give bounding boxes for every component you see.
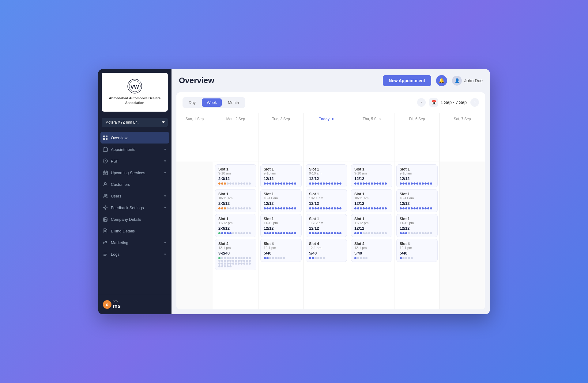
- svg-rect-5: [103, 138, 105, 140]
- list-icon: [103, 252, 108, 257]
- sidebar-footer: d pro ms: [98, 295, 172, 314]
- day-col-sat: [440, 162, 485, 309]
- slot-dots: [354, 182, 389, 185]
- slot-count: 12/12: [309, 201, 344, 206]
- slot-count: 12/12: [354, 226, 389, 231]
- date-range-label: 1 Sep - 7 Sep: [440, 100, 467, 105]
- sidebar-item-users[interactable]: Users ▼: [98, 190, 172, 202]
- date-navigation: ‹ 📅 1 Sep - 7 Sep ›: [417, 98, 479, 107]
- branch-dropdown[interactable]: Motera XYZ Imn Br...: [102, 118, 168, 127]
- slot-time: 9-10 am: [264, 171, 298, 175]
- slot-today-1[interactable]: Slot 1 9-10 am 12/12: [306, 164, 347, 187]
- slot-dots: [264, 232, 298, 234]
- slot-mon-1[interactable]: Slot 1 9-10 am 2-3/12: [215, 164, 256, 187]
- notification-bell-icon[interactable]: 🔔: [436, 75, 447, 86]
- col-header-mon: Mon, 2 Sep: [213, 113, 258, 162]
- svg-rect-4: [106, 136, 107, 137]
- slot-fri-4[interactable]: Slot 4 12-1 pm 5/40: [396, 239, 438, 262]
- col-header-sun: Sun, 1 Sep: [176, 113, 213, 162]
- sidebar-item-upcoming-services[interactable]: Upcoming Services ▼: [98, 167, 172, 178]
- sidebar-item-company-details[interactable]: Company Details: [98, 213, 172, 225]
- slot-fri-3[interactable]: Slot 1 11-12 pm 12/12: [396, 214, 438, 237]
- slot-mon-2[interactable]: Slot 1 10-11 am 2-3/12: [215, 189, 256, 212]
- slot-tue-2[interactable]: Slot 1 10-11 am 12/12: [260, 189, 302, 212]
- user-badge[interactable]: 👤 John Doe: [452, 76, 483, 86]
- prodms-icon: d: [103, 300, 111, 309]
- slot-title: Slot 1: [264, 192, 298, 196]
- tab-week[interactable]: Week: [202, 98, 222, 107]
- prev-week-button[interactable]: ‹: [417, 98, 426, 107]
- prodms-logo: d pro ms: [103, 300, 167, 309]
- calendar-grid: Sun, 1 Sep Mon, 2 Sep Tue, 3 Sep Today T…: [176, 113, 485, 309]
- slot-title: Slot 1: [218, 217, 253, 221]
- slot-count: 2-3/12: [218, 201, 253, 206]
- slot-time: 12-1 pm: [309, 246, 344, 250]
- slot-time: 11-12 pm: [264, 221, 298, 225]
- slot-title: Slot 1: [354, 167, 389, 171]
- slot-tue-4[interactable]: Slot 4 12-1 pm 5/40: [260, 239, 302, 262]
- slot-thu-4[interactable]: Slot 4 12-1 pm 5/40: [351, 239, 392, 262]
- slot-time: 11-12 pm: [309, 221, 344, 225]
- slot-fri-2[interactable]: Slot 1 10-11 am 12/12: [396, 189, 438, 212]
- sidebar-item-overview[interactable]: Overview: [100, 132, 169, 144]
- slot-dots: [400, 182, 434, 185]
- slot-count: 12/12: [264, 201, 298, 206]
- slot-mon-4[interactable]: Slot 4 12-1 pm 3-2/40: [215, 239, 256, 270]
- next-week-button[interactable]: ›: [470, 98, 479, 107]
- col-header-thu: Thu, 5 Sep: [349, 113, 394, 162]
- calendar-icon: [103, 147, 108, 152]
- day-col-tue: Slot 1 9-10 am 12/12 Slot 1 10-11 am 12/…: [258, 162, 304, 309]
- sidebar-item-marketing[interactable]: Marketing ▼: [98, 237, 172, 248]
- today-dot: [332, 118, 334, 120]
- svg-point-13: [104, 207, 106, 209]
- slot-tue-3[interactable]: Slot 1 11-12 pm 12/12: [260, 214, 302, 237]
- tab-day[interactable]: Day: [184, 98, 201, 107]
- slot-mon-3[interactable]: Slot 1 11-12 pm 2-3/12: [215, 214, 256, 237]
- company-name: Ahmedabad Automobile Dealers Association: [108, 96, 162, 105]
- settings-icon: [103, 205, 108, 210]
- slot-dots: [218, 232, 253, 234]
- slot-title: Slot 4: [264, 242, 298, 246]
- svg-text:VW: VW: [130, 83, 139, 90]
- slot-count: 2-3/12: [218, 226, 253, 231]
- sidebar-item-logs[interactable]: Logs ▼: [98, 248, 172, 260]
- sidebar-item-billing-details[interactable]: Billing Details: [98, 225, 172, 237]
- slot-title: Slot 4: [400, 242, 434, 246]
- new-appointment-button[interactable]: New Appointment: [383, 75, 431, 86]
- slot-count: 2-3/12: [218, 176, 253, 181]
- sidebar-item-psf[interactable]: PSF ▼: [98, 155, 172, 167]
- tab-month[interactable]: Month: [223, 98, 244, 107]
- view-tabs: Day Week Month: [183, 97, 245, 108]
- slot-count: 12/12: [400, 226, 434, 231]
- slot-dots: [309, 232, 344, 234]
- sidebar-item-feedback-settings[interactable]: Feedback Settings ▼: [98, 202, 172, 213]
- slot-dots: [309, 182, 344, 185]
- prodms-text: pro ms: [113, 300, 121, 309]
- slot-title: Slot 1: [264, 217, 298, 221]
- slot-thu-2[interactable]: Slot 1 10-11 am 12/12: [351, 189, 392, 212]
- slot-thu-3[interactable]: Slot 1 11-12 pm 12/12: [351, 214, 392, 237]
- slot-today-3[interactable]: Slot 1 11-12 pm 12/12: [306, 214, 347, 237]
- slot-dots: [218, 182, 253, 185]
- slot-fri-1[interactable]: Slot 1 9-10 am 12/12: [396, 164, 438, 187]
- sidebar-item-appointments-label: Appointments: [111, 147, 135, 152]
- svg-rect-9: [103, 171, 107, 175]
- sidebar-item-customers[interactable]: Customers: [98, 178, 172, 190]
- slot-tue-1[interactable]: Slot 1 9-10 am 12/12: [260, 164, 302, 187]
- slot-today-2[interactable]: Slot 1 10-11 am 12/12: [306, 189, 347, 212]
- slot-today-4[interactable]: Slot 4 12-1 pm 5/40: [306, 239, 347, 262]
- slot-dots: [400, 232, 434, 234]
- chevron-upcoming: ▼: [164, 171, 167, 174]
- avatar: 👤: [452, 76, 462, 86]
- day-col-fri: Slot 1 9-10 am 12/12 Slot 1 10-11 am 12/…: [394, 162, 440, 309]
- header: Overview New Appointment 🔔 👤 John Doe: [172, 69, 490, 92]
- slot-thu-1[interactable]: Slot 1 9-10 am 12/12: [351, 164, 392, 187]
- sidebar-item-appointments[interactable]: Appointments ▼: [98, 144, 172, 155]
- slot-count: 5/40: [400, 251, 434, 255]
- chevron-users: ▼: [164, 194, 167, 198]
- slot-time: 11-12 pm: [400, 221, 434, 225]
- slot-title: Slot 1: [354, 192, 389, 196]
- slot-time: 10-11 am: [354, 196, 389, 200]
- slot-title: Slot 1: [309, 217, 344, 221]
- slot-time: 10-11 am: [309, 196, 344, 200]
